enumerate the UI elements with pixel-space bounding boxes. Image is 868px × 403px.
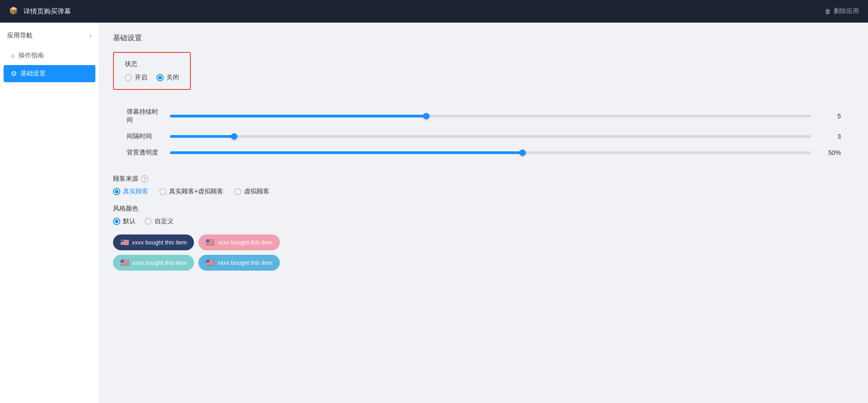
customer-real-radio[interactable] xyxy=(113,188,120,195)
app-title: 详情页购买弹幕 xyxy=(24,7,71,16)
customer-virtual-label: 虚拟顾客 xyxy=(244,187,269,196)
style-default-label: 默认 xyxy=(123,217,136,225)
customer-both-label: 真实顾客+虚拟顾客 xyxy=(169,187,223,196)
status-close-option[interactable]: 关闭 xyxy=(156,74,179,82)
style-custom-option[interactable]: 自定义 xyxy=(145,217,174,225)
slider-opacity-track[interactable] xyxy=(170,151,811,154)
app-icon: 📦 xyxy=(9,6,19,16)
customer-virtual-radio[interactable] xyxy=(234,188,241,195)
customer-both-option[interactable]: 真实顾客+虚拟顾客 xyxy=(159,187,223,196)
sidebar-item-guide-label: 操作指南 xyxy=(19,52,44,60)
badge-dark-text: xxxx bought this item xyxy=(132,239,187,246)
delete-app-button[interactable]: 🗑 删除应用 xyxy=(825,7,859,15)
style-color-radio-group: 默认 自定义 xyxy=(113,217,854,225)
slider-interval-row: 间隔时间 3 xyxy=(127,132,841,141)
style-color-label: 风格颜色 xyxy=(113,205,854,213)
slider-duration-fill xyxy=(170,115,426,117)
slider-interval-bg xyxy=(170,135,811,138)
sidebar-item-settings-label: 基础设置 xyxy=(20,70,46,78)
slider-opacity-bg xyxy=(170,151,811,154)
slider-opacity-row: 背景透明度 50% xyxy=(127,149,841,157)
slider-duration-thumb[interactable] xyxy=(423,113,429,119)
sidebar: 应用导航 ‹ ○ 操作指南 ⚙ 基础设置 xyxy=(0,23,99,403)
style-default-radio[interactable] xyxy=(113,218,120,225)
main-content: 基础设置 状态 开启 关闭 弹幕持续时间 xyxy=(99,23,868,403)
slider-interval-track[interactable] xyxy=(170,135,811,138)
slider-duration-value: 5 xyxy=(818,112,841,120)
sidebar-item-guide[interactable]: ○ 操作指南 xyxy=(4,47,95,64)
slider-opacity-thumb[interactable] xyxy=(519,150,526,156)
sidebar-header: 应用导航 ‹ xyxy=(0,27,99,46)
status-close-radio[interactable] xyxy=(156,74,164,81)
status-radio-group: 开启 关闭 xyxy=(125,74,179,82)
customer-both-radio[interactable] xyxy=(159,188,166,195)
app-header: 📦 详情页购买弹幕 🗑 删除应用 xyxy=(0,0,868,23)
badge-pink-text: xxxx bought this item xyxy=(217,239,272,246)
delete-label: 删除应用 xyxy=(834,7,859,15)
slider-interval-value: 3 xyxy=(818,133,841,140)
style-custom-radio[interactable] xyxy=(145,218,152,225)
badge-lightblue-text: xxxx bought this item xyxy=(217,259,272,266)
sidebar-collapse-button[interactable]: ‹ xyxy=(90,32,92,40)
style-color-section: 风格颜色 默认 自定义 xyxy=(113,205,854,225)
slider-opacity-value: 50% xyxy=(818,149,841,156)
customer-virtual-option[interactable]: 虚拟顾客 xyxy=(234,187,269,196)
slider-opacity-label: 背景透明度 xyxy=(127,149,163,157)
main-layout: 应用导航 ‹ ○ 操作指南 ⚙ 基础设置 基础设置 状态 开启 关闭 xyxy=(0,23,868,403)
help-icon[interactable]: ? xyxy=(141,175,148,183)
customer-source-label: 顾客来源 ? xyxy=(113,175,854,183)
customer-real-label: 真实顾客 xyxy=(123,187,148,196)
customer-source-section: 顾客来源 ? 真实顾客 真实顾客+虚拟顾客 虚拟顾客 xyxy=(113,175,854,196)
status-open-option[interactable]: 开启 xyxy=(125,74,147,82)
badge-teal[interactable]: 🇺🇸 xxxx bought this item xyxy=(113,255,194,271)
settings-icon: ⚙ xyxy=(11,70,17,78)
slider-duration-row: 弹幕持续时间 5 xyxy=(127,108,841,124)
slider-interval-label: 间隔时间 xyxy=(127,132,163,141)
status-section: 状态 开启 关闭 xyxy=(113,52,191,90)
badge-teal-flag: 🇺🇸 xyxy=(120,258,129,267)
slider-interval-thumb[interactable] xyxy=(231,133,237,140)
style-default-option[interactable]: 默认 xyxy=(113,217,136,225)
badge-dark[interactable]: 🇺🇸 xxxx bought this item xyxy=(113,234,194,250)
trash-icon: 🗑 xyxy=(825,8,831,15)
customer-source-radio-group: 真实顾客 真实顾客+虚拟顾客 虚拟顾客 xyxy=(113,187,854,196)
status-close-label: 关闭 xyxy=(166,74,179,82)
page-title: 基础设置 xyxy=(113,33,854,43)
badges-preview: 🇺🇸 xxxx bought this item 🇺🇸 xxxx bought … xyxy=(113,234,280,271)
customer-real-option[interactable]: 真实顾客 xyxy=(113,187,148,196)
sidebar-nav-label: 应用导航 xyxy=(7,32,33,40)
badge-dark-flag: 🇺🇸 xyxy=(120,238,129,247)
slider-opacity-fill xyxy=(170,151,523,154)
slider-interval-fill xyxy=(170,135,234,138)
style-custom-label: 自定义 xyxy=(155,217,174,225)
badge-pink[interactable]: 🇺🇸 xxxx bought this item xyxy=(198,234,279,250)
header-left: 📦 详情页购买弹幕 xyxy=(9,6,71,16)
sliders-section: 弹幕持续时间 5 间隔时间 3 xyxy=(113,99,854,166)
status-open-label: 开启 xyxy=(135,74,147,82)
slider-duration-bg xyxy=(170,115,811,117)
slider-duration-track[interactable] xyxy=(170,115,811,117)
guide-icon: ○ xyxy=(11,52,15,60)
status-label: 状态 xyxy=(125,60,179,68)
sidebar-item-settings[interactable]: ⚙ 基础设置 xyxy=(4,65,95,82)
badge-teal-text: xxxx bought this item xyxy=(132,259,187,266)
status-open-radio[interactable] xyxy=(125,74,132,81)
badge-lightblue[interactable]: 🇺🇸 xxxx bought this item xyxy=(198,255,279,271)
badge-lightblue-flag: 🇺🇸 xyxy=(206,258,215,267)
badge-pink-flag: 🇺🇸 xyxy=(206,238,215,247)
slider-duration-label: 弹幕持续时间 xyxy=(127,108,163,124)
